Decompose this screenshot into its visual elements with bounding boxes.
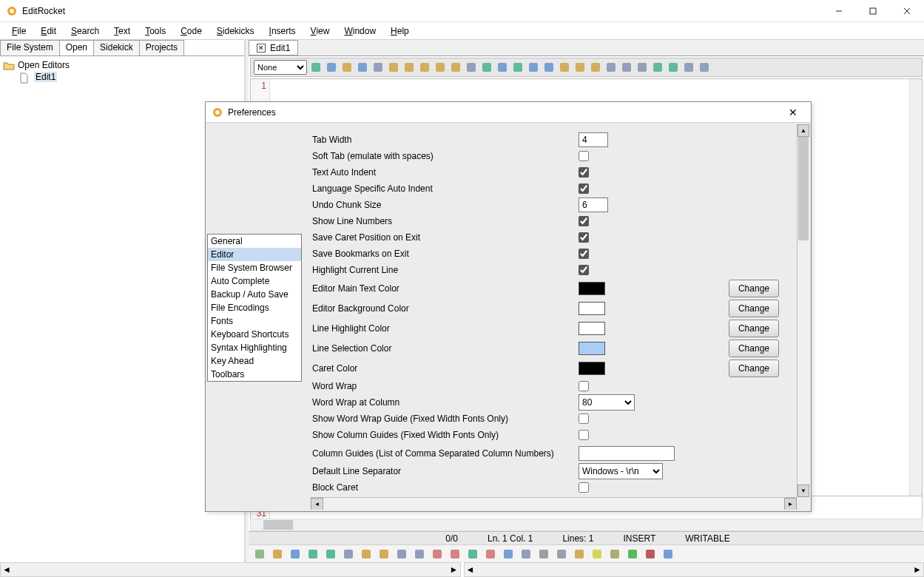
new-file-icon[interactable] — [325, 61, 338, 74]
arrows-icon[interactable] — [661, 547, 675, 561]
save-icon[interactable] — [356, 61, 369, 74]
pref-cat-editor[interactable]: Editor — [208, 248, 301, 261]
menu-search[interactable]: Search — [64, 24, 107, 38]
pref-check-wrapGuide[interactable] — [579, 414, 589, 424]
pref-cat-general[interactable]: General — [208, 234, 301, 248]
tag-icon[interactable] — [431, 547, 444, 561]
bin-icon[interactable] — [608, 547, 621, 561]
play-icon[interactable] — [626, 547, 639, 561]
pencil-icon[interactable] — [271, 547, 284, 561]
menu-window[interactable]: Window — [337, 24, 383, 38]
pref-change-lineSelColor[interactable]: Change — [729, 340, 779, 357]
wand-icon[interactable] — [387, 61, 400, 74]
pref-check-wordWrap[interactable] — [579, 381, 589, 391]
pref-cat-file-encodings[interactable]: File Encodings — [208, 301, 301, 314]
pref-check-lineNumbers[interactable] — [579, 216, 589, 226]
tree-icon[interactable] — [466, 547, 479, 561]
pref-change-caretColor[interactable]: Change — [729, 360, 779, 377]
undo-arrow-icon[interactable] — [402, 61, 416, 74]
pref-check-highlightLine[interactable] — [579, 265, 589, 275]
pref-check-langIndent[interactable] — [579, 183, 589, 194]
next-icon[interactable] — [573, 61, 587, 74]
panel-icon[interactable] — [253, 547, 266, 561]
arrow-down-icon[interactable] — [496, 61, 509, 74]
pref-cat-backup-auto-save[interactable]: Backup / Auto Save — [208, 288, 301, 301]
refresh-icon[interactable] — [309, 61, 323, 74]
split-icon[interactable] — [511, 61, 525, 74]
code-icon[interactable] — [289, 547, 302, 561]
dots-icon[interactable] — [555, 547, 568, 561]
copy-icon[interactable] — [604, 61, 618, 74]
side-tab-open[interactable]: Open — [59, 40, 94, 55]
maximize-button[interactable] — [856, 0, 890, 22]
tree-child[interactable]: Edit1 — [3, 71, 241, 83]
diamond-icon[interactable] — [448, 547, 462, 561]
menu-help[interactable]: Help — [383, 24, 417, 38]
import-icon[interactable] — [465, 61, 478, 74]
merge-icon[interactable] — [542, 61, 556, 74]
pref-hscroll[interactable]: ◄► — [311, 497, 797, 510]
flag-icon[interactable] — [484, 547, 497, 561]
find-icon[interactable] — [434, 61, 447, 74]
upload-icon[interactable] — [342, 547, 355, 561]
editor-vscroll[interactable] — [909, 79, 922, 496]
column-icon[interactable] — [480, 61, 493, 74]
layout1-icon[interactable] — [306, 547, 320, 561]
dup-icon[interactable] — [395, 547, 408, 561]
prev-icon[interactable] — [558, 61, 571, 74]
menu-inserts[interactable]: Inserts — [262, 24, 303, 38]
menu-edit[interactable]: Edit — [33, 24, 64, 38]
pref-check-autoIndent[interactable] — [579, 167, 589, 178]
menu-code[interactable]: Code — [173, 24, 209, 38]
lamp-icon[interactable] — [590, 547, 604, 561]
dialog-close-button[interactable]: ✕ — [781, 107, 805, 118]
add-icon[interactable] — [667, 61, 680, 74]
pref-cat-key-ahead[interactable]: Key Ahead — [208, 354, 301, 368]
tree-root[interactable]: Open Editors — [3, 59, 241, 71]
menu-view[interactable]: View — [303, 24, 337, 38]
pref-change-bgColor[interactable]: Change — [729, 300, 779, 317]
pref-cat-auto-complete[interactable]: Auto Complete — [208, 274, 301, 288]
menu-text[interactable]: Text — [107, 24, 138, 38]
layout2-icon[interactable] — [324, 547, 337, 561]
pref-cat-syntax-highlighting[interactable]: Syntax Highlighting — [208, 341, 301, 354]
table-icon[interactable] — [502, 547, 515, 561]
close-button[interactable] — [890, 0, 924, 22]
db2-icon[interactable] — [698, 61, 711, 74]
language-select[interactable]: None — [254, 60, 307, 75]
paste-icon[interactable] — [620, 61, 633, 74]
pref-vscroll[interactable]: ▲ ▼ — [797, 124, 809, 497]
pref-check-saveBookmarks[interactable] — [579, 249, 589, 259]
side-tab-file-system[interactable]: File System — [0, 40, 60, 55]
go-icon[interactable] — [449, 61, 462, 74]
menu-file[interactable]: File — [4, 24, 33, 38]
pref-cat-toolbars[interactable]: Toolbars — [208, 368, 301, 381]
pref-check-blockCaret[interactable] — [579, 482, 589, 493]
page-icon[interactable] — [635, 61, 649, 74]
left-panel-scroll[interactable]: ◄► — [0, 562, 461, 577]
pref-cat-file-system-browser[interactable]: File System Browser — [208, 261, 301, 274]
clip-icon[interactable] — [519, 547, 533, 561]
minimize-button[interactable] — [822, 0, 856, 22]
side-tab-projects[interactable]: Projects — [139, 40, 184, 55]
pref-check-softTab[interactable] — [579, 151, 589, 161]
pref-input-undoChunk[interactable] — [579, 198, 608, 212]
save-all-icon[interactable] — [371, 61, 385, 74]
pref-check-saveCaret[interactable] — [579, 232, 589, 243]
open-icon[interactable] — [340, 61, 354, 74]
braces-icon[interactable] — [527, 61, 540, 74]
pref-select-lineSep[interactable]: Windows - \r\n — [579, 463, 663, 479]
pref-check-colGuides[interactable] — [579, 430, 589, 440]
tab-close-icon[interactable]: ✕ — [257, 44, 266, 53]
cut-icon[interactable] — [589, 61, 602, 74]
pref-change-lineHiColor[interactable]: Change — [729, 320, 779, 337]
torch-icon[interactable] — [573, 547, 586, 561]
pref-change-mainTextColor[interactable]: Change — [729, 280, 779, 297]
editor-tab[interactable]: ✕ Edit1 — [249, 40, 298, 55]
pref-cat-keyboard-shortcuts[interactable]: Keyboard Shortcuts — [208, 328, 301, 341]
redo-arrow-icon[interactable] — [418, 61, 431, 74]
editor-hscroll[interactable] — [250, 519, 923, 531]
cal-icon[interactable] — [413, 547, 426, 561]
db-icon[interactable] — [682, 61, 695, 74]
pref-input-tabWidth[interactable] — [579, 132, 608, 147]
